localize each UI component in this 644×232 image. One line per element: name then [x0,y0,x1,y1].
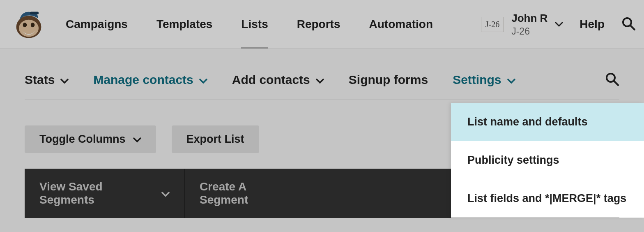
account-org: J-26 [511,26,547,37]
view-saved-segments-button[interactable]: View Saved Segments [25,169,185,218]
account-badge: J-26 [481,17,504,32]
chevron-down-icon [555,21,563,27]
export-list-label: Export List [186,133,244,146]
subnav-signup-forms-label: Signup forms [349,73,428,87]
chevron-down-icon [507,73,515,87]
export-list-button[interactable]: Export List [172,125,259,153]
subnav-settings-label: Settings [453,73,501,87]
nav-lists[interactable]: Lists [241,0,268,48]
subnav-signup-forms[interactable]: Signup forms [349,73,428,87]
settings-dropdown-item-list-name[interactable]: List name and defaults [451,103,644,141]
chevron-down-icon [161,187,170,200]
account-menu[interactable]: J-26 John R J-26 [481,12,564,37]
view-saved-segments-label: View Saved Segments [39,180,154,206]
chevron-down-icon [60,73,69,87]
header-search-icon[interactable] [621,16,636,32]
subnav-manage-contacts-label: Manage contacts [93,73,193,87]
settings-dropdown-item-list-fields[interactable]: List fields and *|MERGE|* tags [451,179,644,218]
settings-dropdown-item-publicity[interactable]: Publicity settings [451,141,644,179]
subnav-stats[interactable]: Stats [25,73,69,87]
svg-point-3 [31,23,35,27]
nav-reports[interactable]: Reports [297,0,340,48]
create-segment-label: Create A Segment [200,180,292,206]
account-name: John R [511,12,547,25]
svg-line-8 [614,81,618,85]
mailchimp-logo[interactable] [12,8,45,41]
subnav-stats-label: Stats [25,73,55,87]
subnav-settings[interactable]: Settings [453,73,515,87]
svg-point-2 [23,23,27,27]
settings-dropdown: List name and defaults Publicity setting… [451,103,644,218]
toggle-columns-button[interactable]: Toggle Columns [25,125,156,153]
subnav-add-contacts-label: Add contacts [232,73,310,87]
chevron-down-icon [133,133,141,146]
chevron-down-icon [199,73,207,87]
svg-line-6 [630,26,635,30]
nav-help[interactable]: Help [580,18,605,31]
subnav-search-icon[interactable] [605,72,619,88]
nav-templates[interactable]: Templates [156,0,212,48]
create-segment-button[interactable]: Create A Segment [185,169,307,218]
subnav-add-contacts[interactable]: Add contacts [232,73,324,87]
nav-automation[interactable]: Automation [369,0,433,48]
svg-rect-4 [30,12,39,14]
nav-campaigns[interactable]: Campaigns [66,0,128,48]
toggle-columns-label: Toggle Columns [39,133,126,146]
chevron-down-icon [316,73,324,87]
subnav-manage-contacts[interactable]: Manage contacts [93,73,207,87]
